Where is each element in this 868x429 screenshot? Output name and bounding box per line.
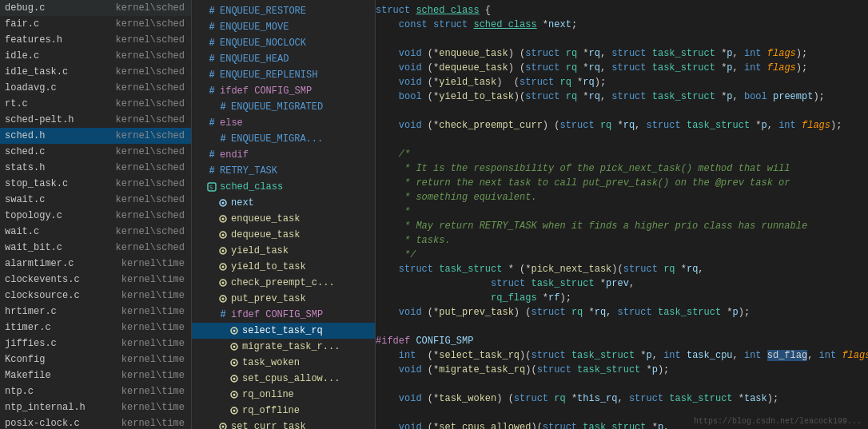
tree-item[interactable]: #ENQUEUE_RESTORE: [192, 3, 375, 19]
tree-item[interactable]: #ifdef CONFIG_SMP: [192, 307, 375, 323]
code-content: * It is the responsibility of the pick_n…: [376, 161, 862, 176]
code-panel[interactable]: struct sched_class { const struct sched_…: [376, 0, 868, 429]
tree-item[interactable]: #ifdef CONFIG_SMP: [192, 83, 375, 99]
file-path: kernel\time: [121, 384, 185, 399]
code-content: void (*dequeue_task) (struct rq *rq, str…: [376, 61, 862, 75]
file-row[interactable]: sched-pelt.hkernel\sched: [0, 112, 191, 128]
file-row[interactable]: rt.ckernel\sched: [0, 96, 191, 112]
file-row[interactable]: wait_bit.ckernel\sched: [0, 240, 191, 256]
tree-item[interactable]: task_woken: [192, 355, 375, 371]
file-path: kernel\sched: [116, 177, 185, 191]
svg-point-3: [222, 202, 225, 205]
file-row[interactable]: sched.hkernel\sched: [0, 128, 191, 144]
file-row[interactable]: features.hkernel\sched: [0, 32, 191, 48]
tree-item[interactable]: #ENQUEUE_REPLENISH: [192, 67, 375, 83]
tree-label: ifdef CONFIG_SMP: [231, 308, 323, 322]
tree-item[interactable]: #endif: [192, 147, 375, 163]
code-content: rq_flags *rf);: [376, 291, 862, 305]
file-row[interactable]: topology.ckernel\sched: [0, 208, 191, 224]
tree-item[interactable]: yield_task: [192, 243, 375, 259]
code-line: int (*select_task_rq)(struct task_struct…: [376, 348, 868, 363]
file-name: ntp.c: [5, 384, 34, 399]
tree-item[interactable]: #ENQUEUE_MIGRATED: [192, 99, 375, 115]
file-row[interactable]: clockevents.ckernel\time: [0, 272, 191, 288]
code-line: [376, 104, 868, 118]
file-row[interactable]: ntp.ckernel\time: [0, 383, 191, 399]
file-path: kernel\time: [121, 400, 185, 415]
file-path: kernel\sched: [116, 129, 185, 143]
file-row[interactable]: idle.ckernel\sched: [0, 48, 191, 64]
tree-item[interactable]: #ENQUEUE_MIGRA...: [192, 131, 375, 147]
file-path: kernel\sched: [116, 97, 185, 111]
hash-icon: #: [206, 38, 217, 49]
file-row[interactable]: idle_task.ckernel\sched: [0, 64, 191, 80]
file-row[interactable]: stats.hkernel\sched: [0, 160, 191, 176]
code-line: * something equivalent.: [376, 190, 868, 205]
file-row[interactable]: loadavg.ckernel\sched: [0, 80, 191, 96]
code-line: const struct sched_class *next;: [376, 18, 868, 32]
file-row[interactable]: itimer.ckernel\time: [0, 320, 191, 336]
tree-item[interactable]: select_task_rq: [192, 323, 375, 339]
tree-item[interactable]: set_curr_task: [192, 419, 375, 429]
code-content: void (*task_woken) (struct rq *this_rq, …: [376, 391, 862, 406]
file-row[interactable]: Makefilekernel\time: [0, 367, 191, 383]
tree-item[interactable]: Ssched_class: [192, 179, 375, 195]
code-line: rq_flags *rf);: [376, 291, 868, 305]
code-line: * tasks.: [376, 233, 868, 248]
tree-item[interactable]: #ENQUEUE_HEAD: [192, 51, 375, 67]
file-path: kernel\sched: [116, 65, 185, 79]
tree-item[interactable]: put_prev_task: [192, 291, 375, 307]
tree-item[interactable]: enqueue_task: [192, 211, 375, 227]
code-line: [376, 406, 868, 420]
file-name: idle.c: [5, 49, 39, 63]
file-row[interactable]: swait.ckernel\sched: [0, 192, 191, 208]
file-row[interactable]: hrtimer.ckernel\time: [0, 304, 191, 320]
tree-item[interactable]: yield_to_task: [192, 259, 375, 275]
file-name: Kconfig: [5, 352, 45, 367]
tree-item[interactable]: #RETRY_TASK: [192, 163, 375, 179]
code-line: void (*check_preempt_curr) (struct rq *r…: [376, 118, 868, 133]
tree-item[interactable]: rq_online: [192, 387, 375, 403]
file-name: swait.c: [5, 193, 45, 207]
func-icon: [229, 373, 240, 384]
file-row[interactable]: posix-clock.ckernel\time: [0, 415, 191, 429]
tree-item[interactable]: #ENQUEUE_NOCLOCK: [192, 35, 375, 51]
func-icon: [229, 325, 240, 336]
tree-item[interactable]: check_preempt_c...: [192, 275, 375, 291]
file-name: sched.h: [5, 129, 45, 143]
file-row[interactable]: jiffies.ckernel\time: [0, 336, 191, 352]
tree-item[interactable]: #else: [192, 115, 375, 131]
func-icon: [217, 277, 229, 288]
svg-point-15: [222, 298, 225, 300]
svg-point-17: [233, 330, 236, 332]
tree-label: task_woken: [242, 356, 300, 370]
file-row[interactable]: wait.ckernel\sched: [0, 224, 191, 240]
tree-item[interactable]: migrate_task_r...: [192, 339, 375, 355]
file-row[interactable]: stop_task.ckernel\sched: [0, 176, 191, 192]
svg-text:S: S: [209, 185, 213, 191]
tree-item[interactable]: rq_offline: [192, 403, 375, 419]
tree-item[interactable]: #ENQUEUE_MOVE: [192, 19, 375, 35]
tree-item[interactable]: dequeue_task: [192, 227, 375, 243]
tree-item[interactable]: set_cpus_allow...: [192, 371, 375, 387]
file-row[interactable]: fair.ckernel\sched: [0, 16, 191, 32]
code-line: void (*enqueue_task) (struct rq *rq, str…: [376, 46, 868, 61]
file-row[interactable]: alarmtimer.ckernel\time: [0, 256, 191, 272]
hash-icon: #: [217, 309, 229, 320]
file-row[interactable]: sched.ckernel\sched: [0, 144, 191, 160]
code-content: void (*yield_task) (struct rq *rq);: [376, 75, 862, 89]
file-list[interactable]: debug.ckernel\schedfair.ckernel\schedfea…: [0, 0, 192, 429]
tree-label: rq_offline: [242, 403, 300, 418]
file-name: loadavg.c: [5, 81, 57, 95]
tree-item[interactable]: next: [192, 195, 375, 211]
file-path: kernel\time: [121, 288, 185, 303]
file-row[interactable]: debug.ckernel\sched: [0, 0, 191, 16]
hash-icon: #: [206, 149, 217, 161]
file-row[interactable]: ntp_internal.hkernel\time: [0, 399, 191, 415]
file-name: stop_task.c: [5, 177, 68, 191]
file-name: fair.c: [5, 17, 39, 31]
tree-panel[interactable]: #ENQUEUE_RESTORE#ENQUEUE_MOVE#ENQUEUE_NO…: [192, 0, 376, 429]
file-row[interactable]: Kconfigkernel\time: [0, 352, 191, 367]
code-content: int (*select_task_rq)(struct task_struct…: [376, 348, 868, 363]
file-row[interactable]: clocksource.ckernel\time: [0, 288, 191, 304]
